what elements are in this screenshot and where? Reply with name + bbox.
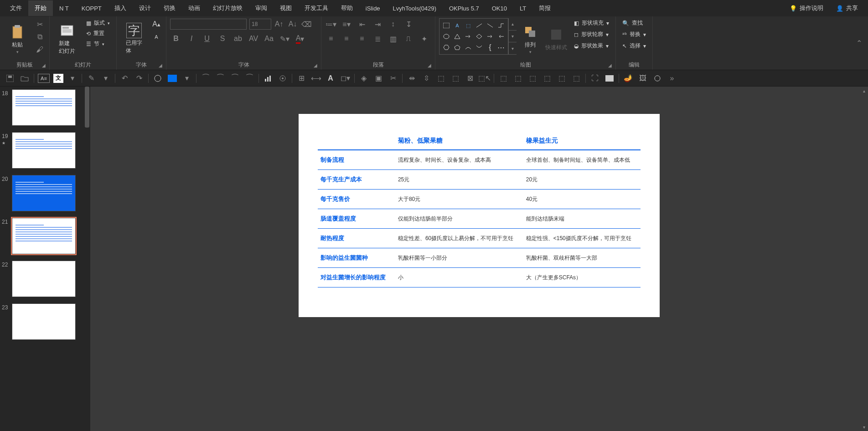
shape-text-icon[interactable]: A: [452, 21, 462, 31]
menu-nt[interactable]: N T: [53, 1, 75, 15]
used-font-button[interactable]: 字 已用字 体: [120, 18, 148, 59]
menu-animation[interactable]: 动画: [182, 0, 207, 16]
qat-redo-button[interactable]: ↷: [134, 73, 145, 84]
qat-eyedrop-button[interactable]: ⁀: [200, 73, 211, 84]
qat-wen-button[interactable]: 文: [53, 74, 63, 83]
launcher-icon[interactable]: ◢: [42, 63, 46, 68]
grow-font-button[interactable]: A↑: [273, 18, 285, 30]
font-increase-button[interactable]: A▴: [150, 18, 162, 30]
thumbnail-22[interactable]: 22: [1, 261, 89, 297]
thumbnail-20[interactable]: 20: [1, 175, 89, 211]
qat-close-button[interactable]: ⊠: [465, 73, 475, 84]
align-justify-button[interactable]: ≣: [372, 33, 383, 45]
strike-button[interactable]: S: [217, 33, 228, 45]
underline-button[interactable]: U: [201, 33, 213, 45]
scroll-down-icon[interactable]: ▾: [860, 423, 868, 431]
shape-curve2-icon[interactable]: [474, 42, 484, 52]
find-button[interactable]: 🔍查找: [620, 18, 649, 28]
align-vert-button[interactable]: ⎍: [403, 33, 414, 45]
qat-g5-button[interactable]: ⬚: [556, 73, 567, 84]
shape-pentagon-icon[interactable]: [452, 42, 462, 52]
quick-style-button[interactable]: 快速样式: [544, 18, 568, 59]
shadow-button[interactable]: ab: [232, 33, 244, 45]
qat-ruler-button[interactable]: ⟷: [310, 73, 321, 84]
qat-eyedrop4-button[interactable]: ⁀: [244, 73, 255, 84]
shape-rect-icon[interactable]: [441, 21, 451, 31]
collapse-ribbon-button[interactable]: ⌃: [850, 16, 868, 70]
menu-design[interactable]: 设计: [133, 0, 157, 16]
qat-dist-v-button[interactable]: ⇳: [421, 73, 432, 84]
menu-devtools[interactable]: 开发工具: [298, 0, 335, 16]
menu-help[interactable]: 帮助: [335, 0, 359, 16]
launcher-icon[interactable]: ◢: [608, 63, 612, 68]
font-small-button[interactable]: A: [150, 31, 162, 43]
columns-button[interactable]: ▥: [387, 33, 399, 45]
thumbnail-18[interactable]: 18: [1, 89, 89, 126]
shape-line-icon[interactable]: [474, 21, 484, 31]
menu-file[interactable]: 文件: [4, 0, 28, 16]
menu-okplus[interactable]: OKPlus 5.7: [443, 1, 486, 15]
qat-undo-button[interactable]: ↶: [119, 73, 130, 84]
help-tell-me[interactable]: 💡 操作说明: [783, 0, 830, 16]
numbering-button[interactable]: ≡▾: [341, 18, 352, 30]
section-button[interactable]: ☰节▾: [83, 39, 113, 49]
indent-right-button[interactable]: ⇥: [372, 18, 383, 30]
menu-ok10[interactable]: OK10: [486, 1, 513, 15]
format-painter-button[interactable]: 🖌: [34, 44, 46, 56]
qat-rect-button[interactable]: [604, 73, 615, 84]
qat-overflow-button[interactable]: »: [666, 73, 677, 84]
launcher-icon[interactable]: ◢: [314, 63, 317, 68]
case-button[interactable]: Aa: [263, 33, 275, 45]
cut-button[interactable]: ✂: [34, 18, 46, 30]
new-slide-button[interactable]: 新建 幻灯片: [53, 18, 81, 59]
shape-connector-icon[interactable]: [496, 21, 506, 31]
reset-button[interactable]: ⟲重置: [83, 29, 113, 38]
qat-folder-button[interactable]: [19, 73, 30, 84]
shape-effects-button[interactable]: ◒形状效果 ▾: [571, 41, 612, 51]
align-center-button[interactable]: ≡: [341, 33, 352, 45]
qat-text-button[interactable]: A≡: [38, 74, 50, 83]
launcher-icon[interactable]: ◢: [159, 63, 162, 68]
qat-eyedrop3-button[interactable]: ⁀: [229, 73, 240, 84]
qat-target-button[interactable]: [277, 73, 288, 84]
menu-transition[interactable]: 切换: [157, 0, 182, 16]
qat-dropdown2[interactable]: ▾: [100, 73, 111, 84]
menu-review[interactable]: 审阅: [249, 0, 274, 16]
menu-home[interactable]: 开始: [28, 0, 53, 16]
menu-koppt[interactable]: KOPPT: [75, 1, 108, 15]
shape-fill-button[interactable]: ◧形状填充 ▾: [571, 18, 612, 28]
shrink-font-button[interactable]: A↓: [287, 18, 299, 30]
smartart-button[interactable]: ✦: [418, 33, 430, 45]
shape-oval-icon[interactable]: [441, 31, 451, 41]
shape-outline-button[interactable]: ◻形状轮廓 ▾: [571, 30, 612, 39]
menu-islide[interactable]: iSlide: [359, 1, 387, 15]
menu-view[interactable]: 视图: [274, 0, 298, 16]
shape-arrow2-icon[interactable]: [485, 31, 495, 41]
qat-g6-button[interactable]: ⬚: [571, 73, 582, 84]
font-color-button[interactable]: A▾: [294, 33, 306, 45]
shape-textbox-icon[interactable]: ⬚: [463, 21, 473, 31]
layout-button[interactable]: ▦版式▾: [83, 18, 113, 28]
qat-layer-button[interactable]: ◈: [358, 73, 369, 84]
qat-select-button[interactable]: ⬚↖: [479, 73, 490, 84]
qat-stack-button[interactable]: ▣: [373, 73, 384, 84]
qat-align-l-button[interactable]: ⬚: [435, 73, 446, 84]
paste-button[interactable]: 粘贴 ▾: [4, 18, 31, 59]
bullets-button[interactable]: ≔▾: [325, 18, 337, 30]
menu-insert[interactable]: 插入: [108, 0, 133, 16]
slide-content[interactable]: 菊粉、低聚果糖 橡果益生元 制备流程流程复杂、时间长、设备复杂、成本高全球首创、…: [299, 114, 660, 317]
arrange-button[interactable]: 排列▾: [519, 18, 541, 59]
slide-canvas-area[interactable]: 菊粉、低聚果糖 橡果益生元 制备流程流程复杂、时间长、设备复杂、成本高全球首创、…: [90, 87, 868, 431]
menu-brief[interactable]: 简报: [532, 0, 557, 16]
qat-dist-h-button[interactable]: ⇹: [406, 73, 417, 84]
shape-bracket-icon[interactable]: {: [485, 42, 495, 52]
qat-save-button[interactable]: [5, 73, 16, 84]
launcher-icon[interactable]: ◢: [428, 63, 431, 68]
qat-dropdown1[interactable]: ▾: [67, 73, 78, 84]
line-space-button[interactable]: ↕: [387, 18, 399, 30]
slide-thumbnails-panel[interactable]: 18 19★ 20 21 22 23: [0, 87, 90, 431]
menu-lvyhtools[interactable]: LvyhTools(0429): [387, 1, 443, 15]
shape-gallery-scroll[interactable]: ▴▾▾: [508, 18, 517, 55]
align-right-button[interactable]: ≡: [356, 33, 368, 45]
qat-lamp-button[interactable]: 🪔: [623, 73, 634, 84]
